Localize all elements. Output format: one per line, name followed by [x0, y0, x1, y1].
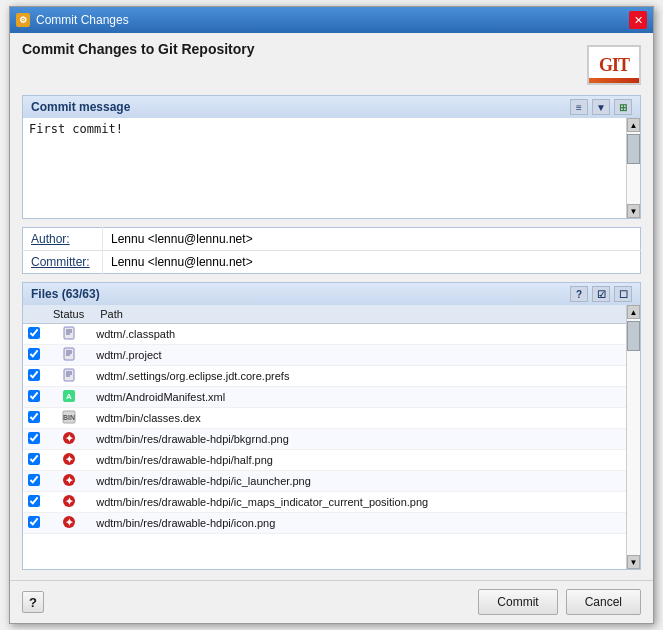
- files-scroll-down[interactable]: ▼: [627, 555, 640, 569]
- table-row: ✦wdtm/bin/res/drawable-hdpi/ic_maps_indi…: [23, 492, 626, 513]
- file-checkbox[interactable]: [28, 390, 40, 402]
- committer-label[interactable]: Committer:: [23, 251, 103, 274]
- author-row: Author: Lennu <lennu@lennu.net>: [23, 228, 641, 251]
- files-scrollbar[interactable]: ▲ ▼: [626, 305, 640, 569]
- author-value: Lennu <lennu@lennu.net>: [103, 228, 641, 251]
- row-checkbox-cell[interactable]: [23, 324, 45, 345]
- row-icon-cell: [45, 345, 92, 366]
- svg-text:✦: ✦: [65, 496, 74, 507]
- close-button[interactable]: ✕: [629, 11, 647, 29]
- table-row: wdtm/.project: [23, 345, 626, 366]
- files-uncheck-icon[interactable]: ☐: [614, 286, 632, 302]
- row-icon-cell: ✦: [45, 513, 92, 534]
- row-checkbox-cell[interactable]: [23, 366, 45, 387]
- help-button[interactable]: ?: [22, 591, 44, 613]
- scroll-thumb[interactable]: [627, 134, 640, 164]
- svg-rect-0: [64, 327, 74, 339]
- col-checkbox: [23, 305, 45, 324]
- format-icon[interactable]: ≡: [570, 99, 588, 115]
- svg-text:✦: ✦: [65, 454, 74, 465]
- file-checkbox[interactable]: [28, 348, 40, 360]
- cancel-button[interactable]: Cancel: [566, 589, 641, 615]
- file-list-header: Status Path: [23, 305, 626, 324]
- row-path: wdtm/bin/res/drawable-hdpi/ic_launcher.p…: [92, 471, 626, 492]
- commit-message-section: Commit message ≡ ▼ ⊞ First commit! ▲ ▼: [22, 95, 641, 219]
- title-bar-left: ⚙ Commit Changes: [16, 13, 129, 27]
- row-icon-cell: A: [45, 387, 92, 408]
- col-path: Path: [92, 305, 626, 324]
- file-checkbox[interactable]: [28, 516, 40, 528]
- scroll-down-btn[interactable]: ▼: [627, 204, 640, 218]
- file-checkbox[interactable]: [28, 495, 40, 507]
- file-checkbox[interactable]: [28, 411, 40, 423]
- row-checkbox-cell[interactable]: [23, 471, 45, 492]
- table-row: ✦wdtm/bin/res/drawable-hdpi/ic_launcher.…: [23, 471, 626, 492]
- files-scroll-up[interactable]: ▲: [627, 305, 640, 319]
- files-table-scroll[interactable]: Status Path wdtm/.classpathwdtm/.project…: [23, 305, 626, 569]
- file-checkbox[interactable]: [28, 432, 40, 444]
- svg-text:✦: ✦: [65, 517, 74, 528]
- files-label: Files (63/63): [31, 287, 100, 301]
- footer-right: Commit Cancel: [478, 589, 641, 615]
- meta-table: Author: Lennu <lennu@lennu.net> Committe…: [22, 227, 641, 274]
- row-path: wdtm/bin/res/drawable-hdpi/half.png: [92, 450, 626, 471]
- files-help-icon[interactable]: ?: [570, 286, 588, 302]
- row-checkbox-cell[interactable]: [23, 492, 45, 513]
- row-icon-cell: ✦: [45, 492, 92, 513]
- committer-value: Lennu <lennu@lennu.net>: [103, 251, 641, 274]
- file-checkbox[interactable]: [28, 369, 40, 381]
- git-logo-text: GIT: [599, 55, 629, 76]
- row-path: wdtm/AndroidManifest.xml: [92, 387, 626, 408]
- filter-icon[interactable]: ▼: [592, 99, 610, 115]
- author-label[interactable]: Author:: [23, 228, 103, 251]
- row-path: wdtm/bin/res/drawable-hdpi/bkgrnd.png: [92, 429, 626, 450]
- row-path: wdtm/bin/res/drawable-hdpi/ic_maps_indic…: [92, 492, 626, 513]
- row-path: wdtm/bin/classes.dex: [92, 408, 626, 429]
- row-checkbox-cell[interactable]: [23, 429, 45, 450]
- table-row: ✦wdtm/bin/res/drawable-hdpi/half.png: [23, 450, 626, 471]
- title-bar: ⚙ Commit Changes ✕: [10, 7, 653, 33]
- table-row: Awdtm/AndroidManifest.xml: [23, 387, 626, 408]
- row-icon-cell: [45, 324, 92, 345]
- file-checkbox[interactable]: [28, 453, 40, 465]
- files-scroll-thumb[interactable]: [627, 321, 640, 351]
- row-icon-cell: [45, 366, 92, 387]
- file-checkbox[interactable]: [28, 327, 40, 339]
- row-path: wdtm/.classpath: [92, 324, 626, 345]
- row-path: wdtm/.settings/org.eclipse.jdt.core.pref…: [92, 366, 626, 387]
- files-section: Files (63/63) ? ☑ ☐ Status Path: [22, 282, 641, 570]
- header-icons: ≡ ▼ ⊞: [570, 99, 632, 115]
- commit-message-input[interactable]: First commit!: [23, 118, 626, 218]
- commit-message-wrap: First commit! ▲ ▼: [23, 118, 640, 218]
- table-row: BINwdtm/bin/classes.dex: [23, 408, 626, 429]
- row-path: wdtm/bin/res/drawable-hdpi/icon.png: [92, 513, 626, 534]
- footer: ? Commit Cancel: [10, 580, 653, 623]
- table-row: wdtm/.classpath: [23, 324, 626, 345]
- svg-rect-4: [64, 348, 74, 360]
- row-checkbox-cell[interactable]: [23, 408, 45, 429]
- files-check-icon[interactable]: ☑: [592, 286, 610, 302]
- git-logo: GIT: [587, 45, 641, 85]
- table-row: wdtm/.settings/org.eclipse.jdt.core.pref…: [23, 366, 626, 387]
- grid-icon[interactable]: ⊞: [614, 99, 632, 115]
- row-icon-cell: ✦: [45, 450, 92, 471]
- row-icon-cell: ✦: [45, 471, 92, 492]
- row-checkbox-cell[interactable]: [23, 450, 45, 471]
- dialog-icon: ⚙: [16, 13, 30, 27]
- svg-rect-8: [64, 369, 74, 381]
- table-row: ✦wdtm/bin/res/drawable-hdpi/bkgrnd.png: [23, 429, 626, 450]
- scroll-up-btn[interactable]: ▲: [627, 118, 640, 132]
- commit-scrollbar[interactable]: ▲ ▼: [626, 118, 640, 218]
- commit-button[interactable]: Commit: [478, 589, 557, 615]
- svg-text:A: A: [66, 392, 72, 401]
- row-checkbox-cell[interactable]: [23, 513, 45, 534]
- files-scroll-track: [627, 319, 640, 555]
- svg-text:✦: ✦: [65, 475, 74, 486]
- row-checkbox-cell[interactable]: [23, 345, 45, 366]
- title-bar-text: Commit Changes: [36, 13, 129, 27]
- files-header-icons: ? ☑ ☐: [570, 286, 632, 302]
- row-checkbox-cell[interactable]: [23, 387, 45, 408]
- file-checkbox[interactable]: [28, 474, 40, 486]
- row-icon-cell: ✦: [45, 429, 92, 450]
- dialog-header: Commit Changes to Git Repository GIT: [10, 33, 653, 85]
